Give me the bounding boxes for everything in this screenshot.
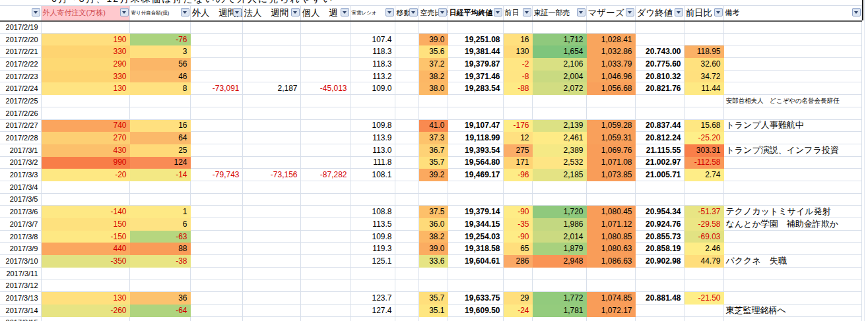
cell-e[interactable] bbox=[242, 255, 300, 268]
cell-date[interactable]: 2017/3/12 bbox=[0, 279, 41, 292]
cell-o[interactable]: -25.20 bbox=[684, 132, 723, 144]
cell-r[interactable] bbox=[723, 267, 861, 279]
cell-l[interactable] bbox=[532, 107, 586, 119]
cell-l[interactable]: 1,654 bbox=[532, 45, 586, 58]
cell-j[interactable]: 19,469.17 bbox=[448, 169, 503, 181]
cell-date[interactable]: 2017/3/3 bbox=[0, 169, 41, 181]
cell-k[interactable] bbox=[503, 21, 532, 34]
cell-o[interactable]: 303.31 bbox=[684, 144, 723, 156]
cell-j[interactable]: 19,344.15 bbox=[448, 218, 503, 231]
cell-h[interactable] bbox=[395, 243, 418, 255]
cell-j[interactable] bbox=[448, 181, 503, 193]
cell-h[interactable] bbox=[395, 267, 418, 279]
cell-m[interactable]: 1,056.68 bbox=[586, 82, 635, 95]
cell-g[interactable]: 118.3 bbox=[350, 45, 395, 58]
cell-m[interactable]: 1,071.08 bbox=[586, 156, 635, 169]
cell-i[interactable]: 37.5 bbox=[418, 206, 448, 218]
cell-r[interactable] bbox=[723, 45, 861, 58]
cell-h[interactable] bbox=[395, 292, 418, 305]
cell-l[interactable] bbox=[532, 181, 586, 193]
cell-f[interactable] bbox=[300, 181, 350, 193]
cell-b[interactable] bbox=[41, 193, 129, 206]
cell-l[interactable]: 1,986 bbox=[532, 218, 586, 231]
cell-n[interactable] bbox=[635, 267, 684, 279]
cell-i[interactable]: 39.0 bbox=[418, 243, 448, 255]
cell-g[interactable]: 113.2 bbox=[350, 70, 395, 82]
cell-c[interactable]: 36 bbox=[129, 292, 190, 305]
cell-date[interactable]: 2017/2/23 bbox=[0, 70, 41, 82]
cell-i[interactable]: 38.2 bbox=[418, 230, 448, 243]
cell-h[interactable] bbox=[395, 144, 418, 156]
cell-c[interactable]: -38 bbox=[129, 255, 190, 268]
cell-o[interactable]: 118.95 bbox=[684, 45, 723, 58]
filter-dropdown-icon[interactable] bbox=[626, 8, 634, 16]
cell-f[interactable]: -45,013 bbox=[300, 82, 350, 95]
cell-e[interactable] bbox=[242, 243, 300, 255]
cell-n[interactable] bbox=[635, 193, 684, 206]
cell-k[interactable]: -96 bbox=[503, 169, 532, 181]
cell-e[interactable] bbox=[242, 70, 300, 82]
cell-j[interactable]: 19,118.99 bbox=[448, 132, 503, 144]
filter-dropdown-icon[interactable] bbox=[233, 8, 242, 16]
header-h[interactable]: 移動平 bbox=[395, 6, 418, 21]
filter-dropdown-icon[interactable] bbox=[32, 8, 40, 16]
cell-c[interactable]: -76 bbox=[129, 33, 190, 45]
filter-dropdown-icon[interactable] bbox=[409, 8, 418, 16]
cell-m[interactable]: 1,028.41 bbox=[586, 33, 635, 45]
cell-m[interactable] bbox=[586, 21, 635, 34]
cell-n[interactable]: 20.743.00 bbox=[635, 45, 684, 58]
cell-g[interactable]: 108.8 bbox=[350, 206, 395, 218]
cell-d[interactable] bbox=[190, 218, 242, 231]
cell-b[interactable] bbox=[41, 107, 129, 119]
cell-b[interactable]: 130 bbox=[41, 82, 129, 95]
cell-i[interactable] bbox=[418, 279, 448, 292]
cell-k[interactable]: -8 bbox=[503, 70, 532, 82]
cell-r[interactable] bbox=[723, 279, 861, 292]
cell-date[interactable]: 2017/2/24 bbox=[0, 82, 41, 95]
cell-e[interactable] bbox=[242, 316, 300, 321]
cell-b[interactable]: 290 bbox=[41, 58, 129, 71]
header-date[interactable] bbox=[0, 6, 41, 21]
cell-m[interactable] bbox=[586, 193, 635, 206]
cell-m[interactable] bbox=[586, 107, 635, 119]
cell-c[interactable] bbox=[129, 181, 190, 193]
cell-o[interactable] bbox=[684, 21, 723, 34]
cell-r[interactable] bbox=[723, 107, 861, 119]
cell-m[interactable]: 1,072.17 bbox=[586, 304, 635, 316]
cell-g[interactable]: 109.8 bbox=[350, 230, 395, 243]
cell-k[interactable]: 12 bbox=[503, 132, 532, 144]
cell-h[interactable] bbox=[395, 21, 418, 34]
cell-n[interactable] bbox=[635, 33, 684, 45]
cell-m[interactable]: 1,032.86 bbox=[586, 45, 635, 58]
cell-e[interactable] bbox=[242, 156, 300, 169]
header-k[interactable]: 前日 bbox=[503, 6, 532, 21]
filter-dropdown-icon[interactable] bbox=[494, 8, 502, 16]
cell-f[interactable] bbox=[300, 132, 350, 144]
cell-b[interactable] bbox=[41, 279, 129, 292]
cell-r[interactable]: 東芝監理銘柄へ bbox=[723, 304, 861, 316]
cell-h[interactable] bbox=[395, 82, 418, 95]
header-f[interactable]: 個人 週 bbox=[300, 6, 350, 21]
filter-dropdown-icon[interactable] bbox=[577, 8, 585, 16]
cell-b[interactable]: 190 bbox=[41, 33, 129, 45]
cell-d[interactable] bbox=[190, 156, 242, 169]
cell-o[interactable]: 15.68 bbox=[684, 119, 723, 132]
cell-i[interactable]: 38.2 bbox=[418, 70, 448, 82]
cell-g[interactable]: 109.0 bbox=[350, 82, 395, 95]
cell-k[interactable]: -35 bbox=[503, 218, 532, 231]
cell-m[interactable] bbox=[586, 316, 635, 321]
cell-b[interactable]: 990 bbox=[41, 156, 129, 169]
header-d[interactable]: 外人 週間売 bbox=[190, 6, 242, 21]
cell-i[interactable]: 36.0 bbox=[418, 218, 448, 231]
cell-date[interactable]: 2017/3/7 bbox=[0, 218, 41, 231]
cell-j[interactable]: 19,254.03 bbox=[448, 230, 503, 243]
cell-n[interactable]: 20.812.24 bbox=[635, 132, 684, 144]
cell-date[interactable]: 2017/3/4 bbox=[0, 181, 41, 193]
cell-f[interactable] bbox=[300, 218, 350, 231]
cell-k[interactable] bbox=[503, 107, 532, 119]
cell-l[interactable] bbox=[532, 279, 586, 292]
cell-j[interactable]: 19,609.50 bbox=[448, 304, 503, 316]
cell-g[interactable]: 123.7 bbox=[350, 292, 395, 305]
cell-g[interactable]: 127.4 bbox=[350, 304, 395, 316]
cell-i[interactable] bbox=[418, 267, 448, 279]
